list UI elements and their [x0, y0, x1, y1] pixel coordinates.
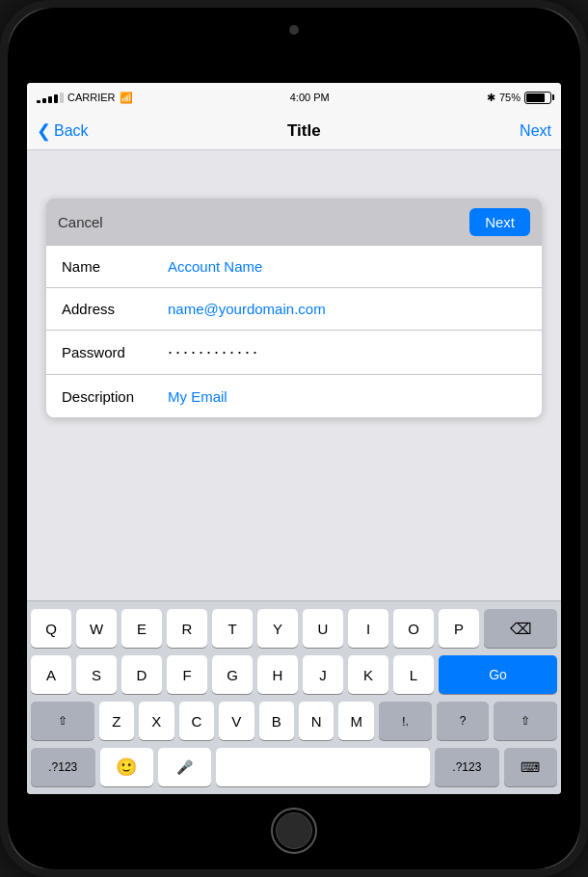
key-m[interactable]: M — [338, 702, 373, 740]
keyboard: Q W E R T Y U I O P ⌫ A S D F — [27, 600, 561, 794]
emoji-key[interactable]: 🙂 — [100, 748, 153, 786]
key-g[interactable]: G — [212, 655, 253, 694]
key-c[interactable]: C — [179, 702, 214, 740]
battery-bar — [524, 92, 551, 104]
back-button[interactable]: ❮ Back — [37, 120, 89, 142]
keyboard-row-2: A S D F G H J K L Go — [31, 655, 557, 694]
keyboard-row-3: ⇧ Z X C V B N M !, ? ⇧ — [31, 702, 557, 740]
password-value[interactable]: ············ — [168, 342, 526, 362]
key-u[interactable]: U — [303, 609, 343, 648]
key-s[interactable]: S — [76, 655, 117, 694]
time-display: 4:00 PM — [290, 92, 330, 103]
front-camera — [289, 25, 299, 35]
home-button[interactable] — [271, 808, 317, 854]
battery-fill — [526, 93, 546, 102]
microphone-key[interactable]: 🎤 — [158, 748, 211, 786]
ipad-device: CARRIER 📶 4:00 PM ✱ 75% ❮ Back — [0, 0, 588, 877]
address-field-row[interactable]: Address name@yourdomain.com — [46, 288, 542, 331]
key-e[interactable]: E — [121, 609, 162, 648]
description-field-row[interactable]: Description My Email — [46, 375, 542, 417]
backspace-key[interactable]: ⌫ — [484, 609, 557, 648]
keyboard-row-1: Q W E R T Y U I O P ⌫ — [31, 609, 557, 648]
numbers-key[interactable]: .?123 — [31, 748, 95, 786]
signal-bars — [37, 93, 64, 103]
address-value[interactable]: name@yourdomain.com — [168, 301, 526, 317]
symbols-key[interactable]: .?123 — [435, 748, 499, 786]
status-left: CARRIER 📶 — [37, 92, 133, 104]
keyboard-dismiss-key[interactable]: ⌨ — [504, 748, 557, 786]
key-p[interactable]: P — [439, 609, 479, 648]
key-d[interactable]: D — [121, 655, 162, 694]
address-label: Address — [62, 301, 168, 317]
battery-percent: 75% — [499, 92, 521, 103]
key-r[interactable]: R — [167, 609, 207, 648]
status-bar: CARRIER 📶 4:00 PM ✱ 75% — [27, 83, 561, 112]
status-right: ✱ 75% — [487, 92, 551, 104]
nav-next-button[interactable]: Next — [520, 122, 551, 140]
key-n[interactable]: N — [299, 702, 334, 740]
key-b[interactable]: B — [259, 702, 294, 740]
description-label: Description — [62, 388, 168, 405]
nav-title: Title — [287, 121, 321, 141]
form-fields: Name Account Name Address name@yourdomai… — [46, 246, 542, 417]
key-w[interactable]: W — [76, 609, 117, 648]
name-value[interactable]: Account Name — [168, 258, 526, 275]
bluetooth-icon: ✱ — [487, 92, 495, 104]
key-o[interactable]: O — [393, 609, 434, 648]
form-modal-header: Cancel Next — [46, 199, 542, 246]
password-label: Password — [62, 344, 168, 360]
form-modal: Cancel Next Name Account Name Address na… — [46, 199, 542, 417]
modal-next-button[interactable]: Next — [469, 208, 530, 236]
go-key[interactable]: Go — [439, 655, 557, 694]
carrier-label: CARRIER — [67, 92, 116, 103]
key-f[interactable]: F — [167, 655, 207, 694]
key-q[interactable]: Q — [31, 609, 71, 648]
main-content: Cancel Next Name Account Name Address na… — [27, 150, 561, 456]
key-y[interactable]: Y — [257, 609, 298, 648]
key-v[interactable]: V — [219, 702, 254, 740]
exclamation-key[interactable]: !, — [379, 702, 432, 740]
name-field-row[interactable]: Name Account Name — [46, 246, 542, 288]
key-t[interactable]: T — [212, 609, 253, 648]
navigation-bar: ❮ Back Title Next — [27, 112, 561, 150]
key-x[interactable]: X — [139, 702, 174, 740]
home-button-inner — [276, 812, 312, 849]
wifi-icon: 📶 — [120, 92, 133, 104]
key-i[interactable]: I — [348, 609, 388, 648]
chevron-left-icon: ❮ — [37, 120, 51, 142]
key-k[interactable]: K — [348, 655, 388, 694]
key-l[interactable]: L — [393, 655, 434, 694]
key-h[interactable]: H — [257, 655, 298, 694]
question-key[interactable]: ? — [437, 702, 490, 740]
back-label: Back — [54, 122, 89, 140]
shift-right-key[interactable]: ⇧ — [494, 702, 557, 740]
screen: CARRIER 📶 4:00 PM ✱ 75% ❮ Back — [27, 83, 561, 794]
keyboard-bottom-row: .?123 🙂 🎤 .?123 ⌨ — [31, 748, 557, 786]
space-key[interactable] — [216, 748, 430, 786]
description-value[interactable]: My Email — [168, 388, 526, 405]
cancel-button[interactable]: Cancel — [58, 214, 103, 230]
key-a[interactable]: A — [31, 655, 71, 694]
shift-key[interactable]: ⇧ — [31, 702, 94, 740]
key-z[interactable]: Z — [99, 702, 134, 740]
password-field-row[interactable]: Password ············ — [46, 331, 542, 375]
name-label: Name — [62, 258, 168, 275]
key-j[interactable]: J — [303, 655, 343, 694]
